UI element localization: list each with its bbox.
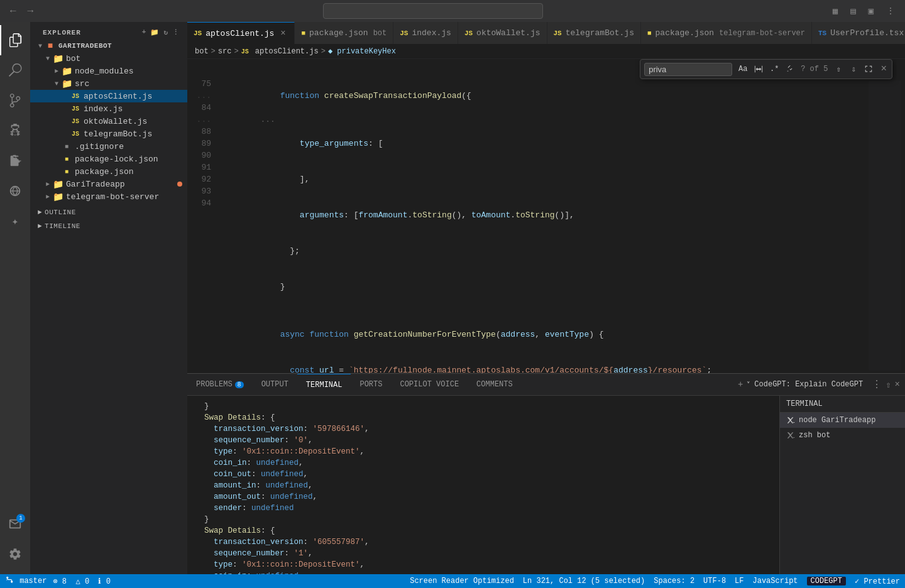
tab-aptosclient-close[interactable]: × [278,28,288,38]
sidebar-toggle-button[interactable]: ▦ [829,4,842,18]
terminal-kebab[interactable]: ⋮ [872,378,882,391]
breadcrumb-part-1[interactable]: bot [195,47,209,56]
terminal-instance-zsh[interactable]: zsh bot [780,428,905,443]
tab-userprofile[interactable]: TS UserProfile.tsx 5 × [812,22,905,44]
find-input[interactable] [644,63,732,76]
sidebar-item-aptosclient[interactable]: JS aptosClient.js [30,90,187,102]
activity-codegpt[interactable]: ✦ [0,206,30,236]
more-actions-button[interactable]: ⋮ [882,4,899,18]
panel-tab-copilot[interactable]: COPILOT VOICE [391,374,468,396]
sidebar-item-pkglock[interactable]: ■ package-lock.json [30,153,187,165]
tab-up-label: UserProfile.tsx [830,28,904,38]
bot-label: bot [66,54,80,63]
breadcrumb-part-2[interactable]: src [218,47,232,56]
tab-telegram-icon: JS [554,30,562,37]
sidebar-item-telegram[interactable]: JS telegramBot.js [30,128,187,140]
terminal-output[interactable]: } Swap Details: { transaction_version: '… [187,396,779,574]
sidebar-item-pkg[interactable]: ■ package.json [30,165,187,178]
panel-toggle-button[interactable]: ▤ [847,4,859,18]
terminal-line: } [195,401,772,412]
new-folder-icon[interactable]: 📁 [150,28,160,36]
terminal-tabs-bar: PROBLEMS 8 OUTPUT TERMINAL PORTS COPILOT… [187,374,905,396]
panel-maximize-button[interactable]: ⇧ [886,379,891,390]
title-search-input[interactable]: GariTradeBot [323,3,543,19]
line-ending-status[interactable]: LF [735,577,743,585]
sidebar-item-indexjs[interactable]: JS index.js [30,102,187,115]
back-button[interactable]: ← [6,4,20,18]
activity-accounts[interactable]: 1 [0,509,30,539]
tab-okto[interactable]: JS oktoWallet.js [458,22,547,44]
sidebar: EXPLORER + 📁 ↻ ⋮ ▼ ■ GARITRADEBOT ▼ 📁 bo… [30,22,187,574]
panel-tab-comments[interactable]: COMMENTS [468,374,522,396]
new-file-icon[interactable]: + [142,28,147,36]
activity-remote[interactable] [0,176,30,206]
breadcrumb-part-3[interactable]: JS aptosClient.js [241,47,319,56]
spaces-status[interactable]: Spaces: 2 [654,577,694,585]
panel-tab-problems[interactable]: PROBLEMS 8 [187,374,253,396]
refresh-icon[interactable]: ↻ [163,28,168,36]
ok-icon: JS [70,116,80,126]
forward-button[interactable]: → [24,4,38,18]
timeline-section[interactable]: ► TIMELINE [30,219,187,233]
find-prev-button[interactable]: ⇧ [831,62,845,76]
preserve-case-button[interactable] [783,62,797,76]
activity-search[interactable] [0,55,30,85]
find-next-button[interactable]: ⇩ [847,62,860,76]
tab-telegram[interactable]: JS telegramBot.js [547,22,641,44]
tab-packagejson-bot[interactable]: ■ package.json bot [295,22,393,44]
tree-root[interactable]: ▼ ■ GARITRADEBOT [30,40,187,52]
activity-debug[interactable] [0,116,30,146]
tab-aptosclient[interactable]: JS aptosClient.js × [187,22,295,44]
tab-pkgserver[interactable]: ■ package.json telegram-bot-server [641,22,812,44]
tab-indexjs-icon: JS [400,30,408,37]
sidebar-item-telegramserver[interactable]: ► 📁 telegram-bot-server [30,190,187,203]
panel-close-button[interactable]: × [895,379,900,389]
gta-chevron: ► [43,179,53,189]
pl-spacer [52,154,62,164]
match-word-button[interactable] [752,62,765,76]
src-icon: 📁 [62,79,72,89]
terminal-panel: PROBLEMS 8 OUTPUT TERMINAL PORTS COPILOT… [187,373,905,574]
activity-explorer[interactable] [0,25,30,55]
outline-section[interactable]: ► OUTLINE [30,205,187,219]
tab-indexjs[interactable]: JS index.js [393,22,458,44]
find-close-button[interactable]: × [879,63,888,75]
activity-extensions[interactable] [0,146,30,176]
layout-button[interactable]: ▣ [865,4,877,18]
find-select-all-button[interactable] [862,62,875,76]
sidebar-item-node-modules[interactable]: ► 📁 node_modules [30,65,187,77]
terminal-instance-node[interactable]: node GariTradeapp [780,413,905,428]
breadcrumb-file-icon: JS [241,48,249,55]
activity-settings[interactable] [0,539,30,569]
sidebar-item-src[interactable]: ▼ 📁 src [30,77,187,90]
sidebar-item-bot[interactable]: ▼ 📁 bot [30,52,187,65]
errors-button[interactable]: ⊗ 8 △ 0 ℹ 0 [53,577,110,586]
bot-folder-icon: 📁 [53,53,63,63]
breadcrumb-part-4[interactable]: ◆ privateKeyHex [328,46,396,56]
codegpt-status[interactable]: CODEGPT [807,577,846,585]
activity-source-control[interactable] [0,85,30,116]
zsh-instance-label: zsh bot [799,431,830,440]
sidebar-item-garitradeapp[interactable]: ► 📁 GariTradeapp [30,178,187,190]
encoding-status[interactable]: UTF-8 [703,577,726,585]
code-lines[interactable]: function createSwapTransactionPayload({ … [219,78,867,373]
panel-tab-terminal[interactable]: TERMINAL [297,374,351,396]
root-icon: ■ [45,41,55,51]
sidebar-item-gitignore[interactable]: ■ .gitignore [30,140,187,153]
sidebar-item-okto[interactable]: JS oktoWallet.js [30,115,187,128]
panel-tab-output[interactable]: OUTPUT [253,374,297,396]
new-terminal-button[interactable]: + [738,379,743,389]
tab-pkgserver-label: package.json [655,28,715,38]
language-status[interactable]: JavaScript [753,577,798,585]
git-branch-button[interactable]: master [5,577,47,585]
code-line-90: }; [219,233,855,269]
collapse-all-icon[interactable]: ⋮ [172,28,180,36]
screen-reader-status[interactable]: Screen Reader Optimized [410,577,514,585]
panel-tab-ports[interactable]: PORTS [351,374,391,396]
terminal-line: coin_in: undefined, [195,457,772,469]
outline-chevron: ► [38,209,42,216]
use-regex-button[interactable]: .* [767,62,781,76]
cursor-position[interactable]: Ln 321, Col 12 (5 selected) [523,577,645,585]
match-case-button[interactable]: Aa [736,62,750,76]
prettier-status[interactable]: ✓ Prettier [855,577,900,586]
